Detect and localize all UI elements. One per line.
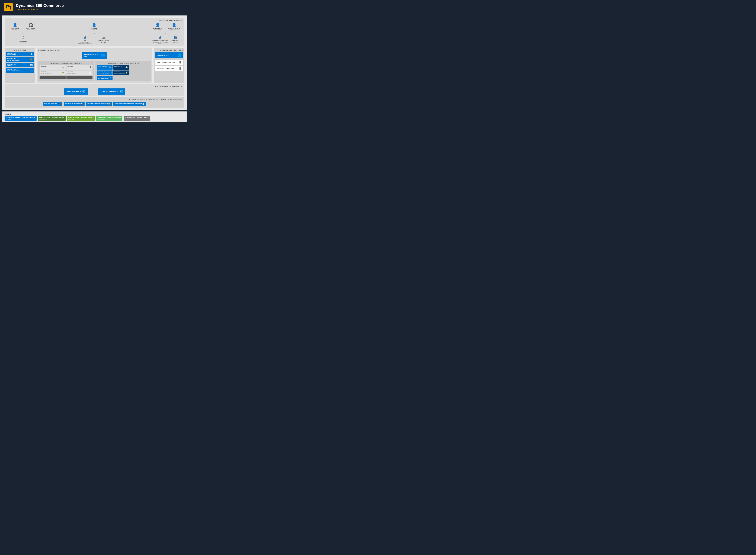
customer-service-box: DYNAMICS 365 CUSTOMER SERVICE 📦 xyxy=(86,101,112,106)
diagram-area: END USER EXPERIENCES 👤 BACK OFFICE EMPLO… xyxy=(2,15,187,110)
marketing-label: DYNAMICS 365 MARKETING xyxy=(65,103,81,104)
third-party-more-label-1: ... xyxy=(41,77,41,78)
external-apps-label: EXTERNAL APPS & SERVICES xyxy=(96,40,112,43)
instore-employee-label: IN-STORE EMPLOYEE xyxy=(88,28,100,31)
csu-globe-icon: 🌐 xyxy=(101,53,105,57)
dynamics365-device-label: DYNAMICS 365 xyxy=(18,41,27,42)
product-rec-label: PRODUCTRECOMMENDATIONS xyxy=(115,71,125,74)
legend-section: LEGEND DYNAMICS 365 COMMERCE COMPONENT /… xyxy=(2,112,187,122)
pos-sublabel: MULTIFACTOR/CROSS PLATFORM APP OR WEBSIT… xyxy=(77,42,93,44)
csu-section-label: COMMERCE SCALE UNIT xyxy=(38,49,61,51)
content-management-label: CONTENT MANAGEMENT STORE xyxy=(157,62,175,63)
payment-label: 3RD PARTYPAYMENT GATEWAY xyxy=(68,66,78,69)
header: Dynamics 365 Commerce Component Overview xyxy=(0,0,189,13)
call-center-employee-icon: 🎧 xyxy=(29,23,33,28)
app-title: Dynamics 365 Commerce xyxy=(16,3,64,8)
web-storefront-label: WEB STOREFRONT xyxy=(157,54,169,56)
commerce-hq-box: DYNAMICS 365COMMERCE HQ ⚙ xyxy=(6,52,34,56)
marketing-icon: 📢 xyxy=(81,103,83,105)
legend-d365-sub: AVAILABLE xyxy=(6,119,35,120)
end-user-section: END USER EXPERIENCES 👤 BACK OFFICE EMPLO… xyxy=(5,18,184,46)
ecommerce-storefront-label: ECOMMERCE STOREFRONT xyxy=(152,40,168,41)
project-automation-icon: 📋 xyxy=(142,103,145,105)
site-builder-label: SITE BUILDER xyxy=(171,40,179,41)
azure-cognitive-icon: 🔍 xyxy=(109,66,112,69)
azure-cognitive-label: AZURE COGNITIVESEARCH xyxy=(98,66,108,69)
common-data-box: COMMON DATA SERVICE 🪣 xyxy=(64,88,88,95)
csu-main-box: COMMERCE SCALE UNIT 🌐 xyxy=(82,52,107,59)
content-management-icon: 🗄 xyxy=(179,61,181,64)
supply-chain-box: DYNAMICS 365SUPPLY CHAIN MGMT 📦 xyxy=(6,57,34,62)
user-group-ecommerce: 👤 E-COMMERCE CUSTOMER 👤 CONTENT AUTHOR &… xyxy=(152,23,180,44)
content-author-label: CONTENT AUTHOR & SITE MANAGER xyxy=(168,28,180,31)
legend-item-non-ms: NON MICROSOFT COMPONENT / SERVICE xyxy=(124,116,150,121)
arrow-back-office-down: ↓ xyxy=(22,32,24,34)
external-apps-icon: ☁ xyxy=(101,35,106,40)
legend-non-ms-soon-title: NON MICROSOFT COMPONENT / SERVICE xyxy=(97,117,121,118)
finance-icon: 📊 xyxy=(30,63,33,66)
legend-item-d365: DYNAMICS 365 COMMERCE COMPONENT / SERVIC… xyxy=(5,116,37,121)
sales-icon: 📞 xyxy=(58,103,61,105)
unified-row: COMMON DATA SERVICE 🪣 AZURE DATA LAKE ST… xyxy=(7,88,182,95)
payment-box: 3RD PARTYPAYMENT GATEWAY 🏛 xyxy=(67,66,92,70)
shipping-icon: 🚚 xyxy=(62,66,65,69)
digital-asset-label: DIGITAL ASSET MANAGEMENT xyxy=(157,68,174,70)
third-party-more-1: ... xyxy=(40,76,66,79)
legend-title: LEGEND xyxy=(5,113,184,115)
middle-row: BACK OFFICE DYNAMICS 365COMMERCE HQ ⚙ DY… xyxy=(5,48,184,83)
finance-box: DYNAMICS 365FINANCE 📊 xyxy=(6,63,34,67)
arrow-ecom-down: ↓ xyxy=(165,32,167,34)
legend-item-non-ms-soon: NON MICROSOFT COMPONENT / SERVICE COMING… xyxy=(96,116,122,121)
legend-ms-soon-title: OTHER MICROSOFT COMPONENT / SERVICE xyxy=(39,117,64,118)
shipping-label: 3RD PARTYSHIPPING SERVICE xyxy=(41,66,51,69)
site-builder-icon: 🖥 xyxy=(173,35,177,40)
customer-service-label: DYNAMICS 365 CUSTOMER SERVICE xyxy=(87,103,108,104)
legend-ms-avail-title: OTHER MICROSOFT COMPONENT / SERVICE xyxy=(69,117,93,118)
digital-asset-icon: 🗄 xyxy=(179,67,181,70)
pos-label: POS xyxy=(84,40,86,41)
csu-main-label: COMMERCE SCALE UNIT xyxy=(84,54,101,57)
third-party-more-2: ... xyxy=(67,76,92,79)
commerce-surround-label: COMMERCE SURROUND SERVICES xyxy=(97,62,150,65)
web-storefront-box: WEB STOREFRONT 🌐 xyxy=(155,52,183,58)
web-storefront-globe-icon: 🌐 xyxy=(177,53,181,57)
unified-label: UNIFIED DATA COMPONENTS xyxy=(7,86,182,87)
third-party-section: 3rd PARTY SURROUND SERVICES 3RD PARTYSHI… xyxy=(38,61,94,81)
commerce-surround-left-col: AZURE COGNITIVESEARCH 🔍 DYNAMICS 365FRAU… xyxy=(97,66,113,80)
content-management-box: CONTENT MANAGEMENT STORE 🗄 xyxy=(155,60,183,65)
svg-rect-0 xyxy=(4,3,13,11)
legend-d365-title: DYNAMICS 365 COMMERCE COMPONENT / SERVIC… xyxy=(6,117,35,118)
project-automation-label: DYNAMICS 365 PROJECT SERVICE AUTOMATION xyxy=(115,103,142,104)
supply-chain-label: DYNAMICS 365SUPPLY CHAIN MGMT xyxy=(7,58,19,61)
azure-cognitive-box: AZURE COGNITIVESEARCH 🔍 xyxy=(97,66,113,70)
fraud-protection-label: DYNAMICS 365FRAUD PROTECTION xyxy=(98,71,109,74)
dynamics-logo-icon xyxy=(4,3,13,11)
hr-box: DYNAMICS 365HUMAN RESOURCES 👥 xyxy=(6,68,34,73)
supply-chain-icon: 📦 xyxy=(30,58,33,61)
end-user-label: END USER EXPERIENCES xyxy=(7,20,182,22)
back-office-employee-icon: 👤 xyxy=(13,23,17,28)
user-group-instore: 👤 IN-STORE EMPLOYEE ↓ 🖥 POS MULTIFACTOR/… xyxy=(77,23,112,44)
ecommerce-section-label: E-COMMERCE PLATFORM xyxy=(155,49,183,51)
commerce-surround-section: COMMERCE SURROUND SERVICES AZURE COGNITI… xyxy=(95,61,151,81)
arrow-instore-down: ↓ xyxy=(93,32,95,34)
commerce-hq-icon: ⚙ xyxy=(31,53,33,55)
shipping-box: 3RD PARTYSHIPPING SERVICE 🚚 xyxy=(40,66,66,70)
customer-insights-box: DYNAMICS 365CUSTOMER INSIGHTS 🔎 xyxy=(97,76,113,80)
fraud-protection-box: DYNAMICS 365FRAUD PROTECTION 🛡 xyxy=(97,71,113,75)
back-office-section: BACK OFFICE DYNAMICS 365COMMERCE HQ ⚙ DY… xyxy=(5,48,35,83)
end-user-row: 👤 BACK OFFICE EMPLOYEE 🎧 CALL CENTER EMP… xyxy=(7,23,182,44)
legend-item-ms-soon: OTHER MICROSOFT COMPONENT / SERVICE COMI… xyxy=(38,116,66,121)
hr-icon: 👥 xyxy=(30,69,33,72)
surround-row: 3rd PARTY SURROUND SERVICES 3RD PARTYSHI… xyxy=(38,61,151,81)
app-subtitle: Component Overview xyxy=(16,8,64,11)
finance-label: DYNAMICS 365FINANCE xyxy=(7,63,15,67)
ecommerce-storefront-sublabel: BROWSER OR MOBILE HOSTED WEBSITE xyxy=(152,42,168,44)
third-party-more-label-2: ... xyxy=(68,77,69,78)
third-party-label: 3rd PARTY SURROUND SERVICES xyxy=(40,62,92,65)
unified-section: UNIFIED DATA COMPONENTS COMMON DATA SERV… xyxy=(5,84,184,96)
instore-employee-icon: 👤 xyxy=(92,23,96,28)
fiscal-icon: 📄 xyxy=(89,72,91,74)
legend-ms-soon-sub: COMING SOON xyxy=(39,119,64,120)
engagement-label: DYNAMICS 365 CUSTOMER ENGAGEMENT APPLICA… xyxy=(7,99,182,100)
